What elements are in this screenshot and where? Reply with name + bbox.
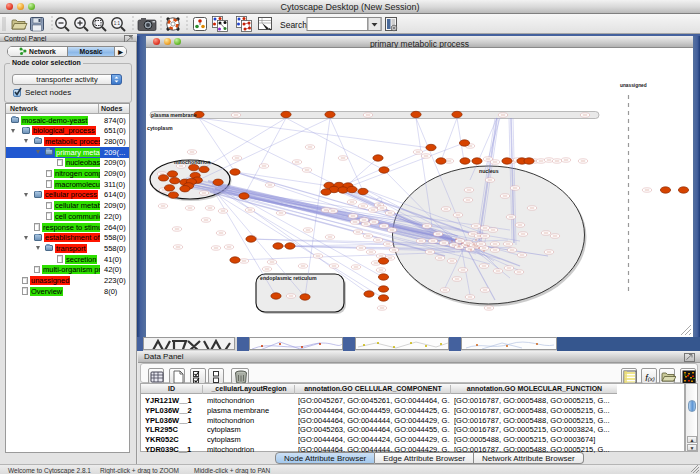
- svg-text:plasma membrane: plasma membrane: [151, 112, 197, 118]
- svg-text:nucleus: nucleus: [479, 168, 499, 174]
- svg-text:1:1: 1:1: [114, 21, 121, 26]
- svg-text:cytoplasm: cytoplasm: [147, 125, 173, 131]
- svg-text:unassigned: unassigned: [620, 83, 647, 88]
- svg-text:f(x): f(x): [645, 372, 655, 382]
- svg-text:Search:: Search:: [280, 20, 309, 30]
- svg-text:mitochondrion: mitochondrion: [174, 159, 210, 165]
- svg-text:endoplasmic reticulum: endoplasmic reticulum: [260, 275, 317, 281]
